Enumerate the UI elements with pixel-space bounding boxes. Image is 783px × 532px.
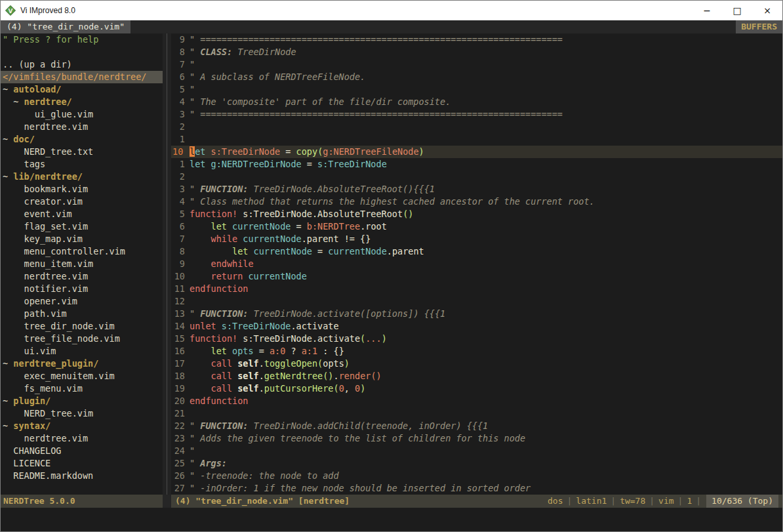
code-token <box>190 346 211 356</box>
tree-item[interactable]: tree_file_node.vim <box>1 333 163 345</box>
editor-line[interactable]: 22" FUNCTION: TreeDirNode.addChild(treen… <box>171 420 782 432</box>
editor-line[interactable]: 21 <box>171 407 782 420</box>
editor-line[interactable]: 1 <box>171 133 782 146</box>
editor-line[interactable]: 5" <box>171 83 782 96</box>
line-code: " FUNCTION: TreeDirNode.AbsoluteTreeRoot… <box>190 183 782 195</box>
editor-line[interactable]: 3" =====================================… <box>171 108 782 121</box>
line-code: " -treenode: the node to add <box>190 470 782 482</box>
line-number: 1 <box>171 133 190 146</box>
line-number: 2 <box>171 121 190 133</box>
editor-line[interactable]: 26" -treenode: the node to add <box>171 470 782 482</box>
tree-item[interactable] <box>1 46 163 58</box>
tree-item[interactable]: exec_menuitem.vim <box>1 370 163 382</box>
tree-item[interactable]: tags <box>1 158 163 171</box>
editor-line[interactable]: 7 while currentNode.parent != {} <box>171 233 782 245</box>
editor-line[interactable]: 13" FUNCTION: TreeDirNode.activate([opti… <box>171 308 782 320</box>
line-code: " <box>190 83 782 96</box>
tree-item[interactable]: notifier.vim <box>1 283 163 295</box>
editor-line[interactable]: 14unlet s:TreeDirNode.activate <box>171 320 782 333</box>
editor-line[interactable]: 15function! s:TreeDirNode.activate(...) <box>171 333 782 345</box>
code-token: let <box>190 159 205 169</box>
tree-item[interactable]: CHANGELOG <box>1 445 163 457</box>
tree-item[interactable]: ~ autoload/ <box>1 83 163 96</box>
tree-item[interactable]: opener.vim <box>1 295 163 308</box>
editor-line[interactable]: 9 endwhile <box>171 258 782 270</box>
window-title: Vi IMproved 8.0 <box>20 6 75 15</box>
editor-line[interactable]: 1let g:NERDTreeDirNode = s:TreeDirNode <box>171 158 782 171</box>
editor-line[interactable]: 8" CLASS: TreeDirNode <box>171 46 782 58</box>
line-number: 7 <box>171 233 190 245</box>
editor-line[interactable]: 6 let currentNode = b:NERDTree.root <box>171 220 782 233</box>
window-split-separator[interactable] <box>163 33 171 495</box>
tree-item[interactable]: path.vim <box>1 308 163 320</box>
editor-line[interactable]: 12 <box>171 295 782 308</box>
editor-line[interactable]: 4" Class method that returns the highest… <box>171 195 782 208</box>
editor-line[interactable]: 10 return currentNode <box>171 270 782 283</box>
editor-line[interactable]: 27" -inOrder: 1 if the new node should b… <box>171 482 782 495</box>
tree-item[interactable]: ui_glue.vim <box>1 108 163 121</box>
statusline-flag: dos <box>548 496 563 506</box>
tree-item[interactable]: key_map.vim <box>1 233 163 245</box>
tree-item[interactable]: fs_menu.vim <box>1 382 163 395</box>
tree-item[interactable]: nerdtree.vim <box>1 270 163 283</box>
statusline-flags: dos|latin1|tw=78|vim <box>548 495 674 508</box>
tree-item[interactable]: NERD_tree.vim <box>1 407 163 420</box>
tree-item[interactable]: creator.vim <box>1 195 163 208</box>
tree-item[interactable]: .. (up a dir) <box>1 58 163 71</box>
editor-line[interactable]: 19 call self.putCursorHere(0, 0) <box>171 382 782 395</box>
editor-line[interactable]: 20endfunction <box>171 395 782 407</box>
editor-line[interactable]: 7" <box>171 58 782 71</box>
tree-item[interactable]: ~ lib/nerdtree/ <box>1 171 163 183</box>
editor-line[interactable]: 5function! s:TreeDirNode.AbsoluteTreeRoo… <box>171 208 782 220</box>
command-line[interactable] <box>1 508 782 531</box>
tree-item[interactable]: menu_controller.vim <box>1 245 163 258</box>
editor-line[interactable]: 9" =====================================… <box>171 33 782 46</box>
tree-item[interactable]: event.vim <box>1 208 163 220</box>
editor-line-current[interactable]: 10let s:TreeDirNode = copy(g:NERDTreeFil… <box>171 146 782 158</box>
editor-line[interactable]: 8 let currentNode = currentNode.parent <box>171 245 782 258</box>
tree-item[interactable]: ~ doc/ <box>1 133 163 146</box>
maximize-button[interactable]: □ <box>722 1 752 20</box>
tree-item-selected[interactable]: </vimfiles/bundle/nerdtree/ <box>1 71 163 83</box>
tab-tree-dir-node[interactable]: (4) "tree_dir_node.vim" <box>1 20 130 33</box>
editor-line[interactable]: 17 call self.toggleOpen(opts) <box>171 358 782 370</box>
cursor: l <box>190 146 195 157</box>
code-token <box>216 321 222 331</box>
tree-item[interactable]: README.markdown <box>1 470 163 482</box>
tree-item[interactable]: nerdtree.vim <box>1 121 163 133</box>
code-token: . <box>259 371 264 381</box>
code-token: b:NERDTree <box>307 221 360 232</box>
editor-line[interactable]: 2 <box>171 121 782 133</box>
vim-icon[interactable]: V <box>1 5 20 16</box>
tree-item[interactable]: nerdtree.vim <box>1 432 163 445</box>
tree-item[interactable]: bookmark.vim <box>1 183 163 195</box>
code-token: " A subclass of NERDTreeFileNode. <box>190 72 365 82</box>
tree-item[interactable]: ~ nerdtree_plugin/ <box>1 358 163 370</box>
close-button[interactable]: × <box>752 1 782 20</box>
editor-line[interactable]: 3" FUNCTION: TreeDirNode.AbsoluteTreeRoo… <box>171 183 782 195</box>
tree-item[interactable]: " Press ? for help <box>1 33 163 46</box>
editor-line[interactable]: 4" The 'composite' part of the file/dir … <box>171 96 782 108</box>
tree-item[interactable]: ~ nerdtree/ <box>1 96 163 108</box>
code-token: " <box>190 184 200 194</box>
editor-line[interactable]: 25" Args: <box>171 457 782 470</box>
tree-item[interactable]: LICENCE <box>1 457 163 470</box>
tree-item[interactable]: ~ plugin/ <box>1 395 163 407</box>
tree-item[interactable]: ui.vim <box>1 345 163 358</box>
tree-item[interactable]: flag_set.vim <box>1 220 163 233</box>
tree-item[interactable]: ~ syntax/ <box>1 420 163 432</box>
editor-line[interactable]: 6" A subclass of NERDTreeFileNode. <box>171 71 782 83</box>
tree-item[interactable]: menu_item.vim <box>1 258 163 270</box>
tree-item[interactable]: NERD_tree.txt <box>1 146 163 158</box>
code-token: call <box>211 371 233 381</box>
editor-line[interactable]: 18 call self.getNerdtree().render() <box>171 370 782 382</box>
code-token: .parent != {} <box>302 234 371 244</box>
editor-line[interactable]: 16 let opts = a:0 ? a:1 : {} <box>171 345 782 358</box>
editor-line[interactable]: 2 <box>171 171 782 183</box>
tree-item[interactable]: tree_dir_node.vim <box>1 320 163 333</box>
minimize-button[interactable]: − <box>692 1 722 20</box>
editor-line[interactable]: 24" <box>171 445 782 457</box>
editor-line[interactable]: 11endfunction <box>171 283 782 295</box>
code-token: self <box>237 383 259 394</box>
editor-line[interactable]: 23" Adds the given treenode to the list … <box>171 432 782 445</box>
